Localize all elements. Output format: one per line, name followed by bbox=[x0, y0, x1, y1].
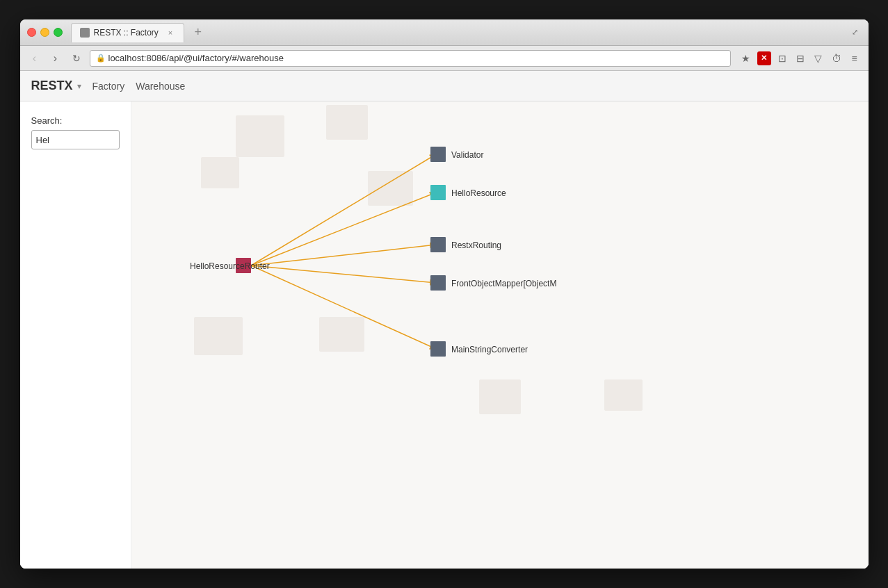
refresh-button[interactable]: ↻ bbox=[69, 51, 84, 66]
sidebar: Search: bbox=[20, 101, 131, 569]
active-tab[interactable]: RESTX :: Factory × bbox=[71, 23, 184, 42]
menu-icon[interactable]: ≡ bbox=[848, 51, 862, 65]
pocket-icon[interactable]: ▽ bbox=[812, 51, 825, 65]
bookmark-star-icon[interactable]: ★ bbox=[739, 51, 753, 65]
app-brand: RESTX bbox=[31, 79, 73, 93]
label-helloresourcerouter: HelloResourceRouter bbox=[190, 261, 270, 271]
window-resize-icon: ⤢ bbox=[852, 28, 862, 38]
node-restxrouting[interactable] bbox=[430, 237, 446, 252]
traffic-lights bbox=[27, 28, 63, 37]
maximize-button[interactable] bbox=[54, 28, 63, 37]
address-bar: ‹ › ↻ 🔒 localhost:8086/api/@ui/factory/#… bbox=[20, 46, 869, 71]
label-frontobjectmapper: FrontObjectMapper[ObjectM bbox=[451, 279, 556, 288]
back-button[interactable]: ‹ bbox=[27, 51, 42, 66]
toolbar-icons: ★ ✕ ⊡ ⊟ ▽ ⏱ ≡ bbox=[739, 51, 862, 65]
warehouse-nav-link[interactable]: Warehouse bbox=[136, 81, 185, 92]
tab-bar: RESTX :: Factory × + bbox=[71, 23, 852, 42]
label-restxrouting: RestxRouting bbox=[451, 240, 501, 250]
url-text: localhost:8086/api/@ui/factory/#/warehou… bbox=[108, 53, 284, 63]
app-navbar: RESTX ▾ Factory Warehouse bbox=[20, 71, 869, 101]
url-bar[interactable]: 🔒 localhost:8086/api/@ui/factory/#/wareh… bbox=[90, 50, 731, 67]
edge-to-frontobjectmapper bbox=[251, 266, 436, 283]
label-mainstringconverter: MainStringConverter bbox=[451, 345, 528, 354]
graph-svg: Validator HelloResource RestxRouting Fro… bbox=[131, 101, 869, 569]
node-mainstringconverter[interactable] bbox=[430, 341, 446, 357]
search-label: Search: bbox=[31, 115, 120, 126]
history-icon[interactable]: ⏱ bbox=[830, 51, 843, 65]
close-button[interactable] bbox=[27, 28, 36, 37]
search-input[interactable] bbox=[31, 130, 120, 149]
content-area: Search: bbox=[20, 101, 869, 569]
window-icon[interactable]: ⊡ bbox=[775, 51, 789, 65]
edge-to-mainstringconverter bbox=[251, 266, 436, 349]
edge-to-validator bbox=[251, 154, 436, 266]
url-lock-icon: 🔒 bbox=[96, 54, 106, 63]
browser-window: RESTX :: Factory × + ⤢ ‹ › ↻ 🔒 localhost… bbox=[20, 19, 869, 569]
node-validator[interactable] bbox=[430, 147, 446, 162]
tab-close-button[interactable]: × bbox=[166, 28, 175, 38]
tab-favicon-icon bbox=[80, 28, 90, 38]
minimize-button[interactable] bbox=[40, 28, 49, 37]
tab-title: RESTX :: Factory bbox=[94, 28, 159, 38]
extension-icon[interactable]: ✕ bbox=[757, 51, 771, 65]
node-frontobjectmapper[interactable] bbox=[430, 275, 446, 291]
label-validator: Validator bbox=[451, 150, 483, 160]
label-helloresource: HelloResource bbox=[451, 188, 506, 198]
node-helloresource[interactable] bbox=[430, 185, 446, 200]
brand-dropdown-arrow[interactable]: ▾ bbox=[77, 81, 81, 91]
cast-icon[interactable]: ⊟ bbox=[793, 51, 807, 65]
forward-button[interactable]: › bbox=[48, 51, 63, 66]
factory-nav-link[interactable]: Factory bbox=[92, 81, 125, 92]
title-bar: RESTX :: Factory × + ⤢ bbox=[20, 19, 869, 46]
graph-area: Validator HelloResource RestxRouting Fro… bbox=[131, 101, 869, 569]
new-tab-button[interactable]: + bbox=[188, 23, 208, 42]
